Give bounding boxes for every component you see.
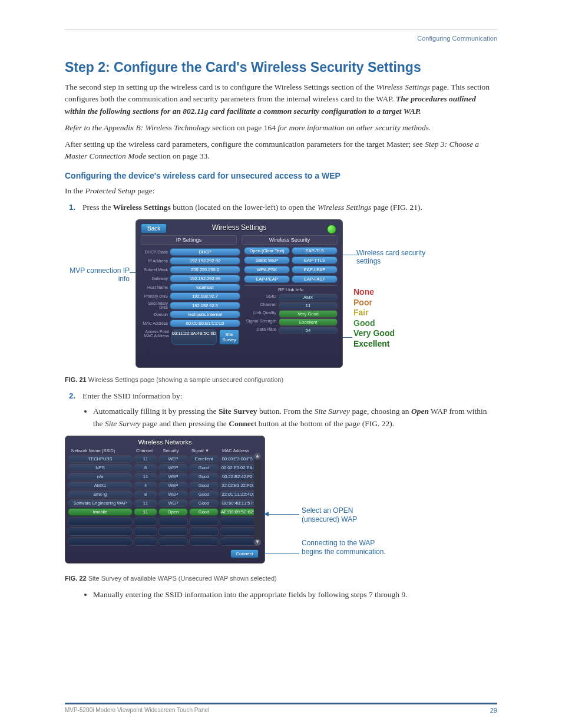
security-mode-button[interactable]: EAP-FAST: [292, 275, 338, 283]
network-row[interactable]: amx-lg8WEPGood22:0C:11:22:4D:90: [65, 490, 255, 499]
ip-settings-header: IP Settings: [141, 235, 237, 245]
ip-value[interactable]: 192.192.292.92: [170, 257, 240, 265]
network-row[interactable]: n/a11WEPGood00:22:B2:42:F2:22: [65, 472, 255, 481]
ip-label: MAC Address: [141, 321, 170, 325]
network-row[interactable]: Software Engineering WAP11WEPGoodB0:90:4…: [65, 499, 255, 508]
security-mode-button[interactable]: Static WEP: [244, 256, 290, 264]
step-2-bullet-manual: Manually entering the SSID information i…: [93, 589, 497, 601]
figure-22: Wireless Networks Network Name (SSID) Ch…: [65, 436, 497, 571]
ip-row: Host Namelocalhost: [141, 284, 240, 291]
connecting-annotation: Connecting to the WAP begins the communi…: [302, 539, 390, 557]
ip-label: Host Name: [141, 285, 170, 289]
ip-value[interactable]: DHCP: [170, 248, 240, 256]
networks-title: Wireless Networks: [65, 436, 265, 447]
scrollbar[interactable]: ▲ ▼: [254, 453, 261, 546]
ap-mac-label: Access Point MAC Address: [142, 330, 169, 345]
network-cell: WEP: [158, 455, 188, 463]
security-mode-button[interactable]: EAP-TLS: [292, 247, 338, 255]
scroll-down-icon[interactable]: ▼: [254, 539, 261, 546]
fig21-caption: FIG. 21 Wireless Settings page (showing …: [65, 376, 497, 383]
security-mode-button[interactable]: EAP-TTLS: [292, 256, 338, 264]
network-cell: Excellent: [189, 455, 219, 463]
ip-value[interactable]: localhost: [170, 284, 240, 291]
figure-21: MVP connection IP info Wireless card sec…: [65, 219, 497, 373]
intro-paragraph: The second step in setting up the wirele…: [65, 81, 497, 117]
ip-value[interactable]: 192.192.92.7: [170, 292, 240, 300]
ip-row: Gateway192.192.292.99: [141, 275, 240, 282]
network-cell: 8: [134, 490, 157, 498]
network-cell: WEP: [158, 490, 188, 498]
ip-row: IP Address192.192.292.92: [141, 257, 240, 265]
ip-value[interactable]: 192.192.92.5: [170, 302, 240, 309]
security-mode-button[interactable]: WPA-PSK: [244, 266, 290, 274]
ip-value[interactable]: techpubs.internal: [170, 311, 240, 318]
network-cell: WEP: [158, 464, 188, 472]
col-signal[interactable]: Signal ▼: [186, 448, 215, 453]
ip-label: Domain: [141, 312, 170, 317]
network-cell: TECHPUBS: [68, 455, 133, 463]
ip-value[interactable]: 00:C0:00:B1:C1:C0: [170, 319, 240, 327]
rf-value: AMX: [279, 294, 338, 301]
step-2: Enter the SSID information by:: [78, 390, 497, 402]
security-mode-button[interactable]: Open (Clear Text): [244, 247, 290, 255]
security-mode-button[interactable]: EAP-LEAP: [292, 266, 338, 274]
ip-value[interactable]: 255.255.255.0: [170, 266, 240, 274]
network-cell: NPS: [68, 464, 133, 472]
rf-label: Data Rate: [244, 327, 279, 334]
network-cell: n/a: [68, 473, 133, 480]
after-paragraph: After setting up the wireless card param…: [65, 139, 497, 163]
network-cell: 11: [134, 455, 157, 463]
col-mac: MAC Address: [215, 448, 256, 453]
product-name: MVP-5200i Modero Viewpoint Widescreen To…: [65, 707, 209, 714]
network-cell: Good: [189, 473, 219, 480]
page-number: 29: [490, 707, 497, 714]
ip-row: MAC Address00:C0:00:B1:C1:C0: [141, 319, 240, 327]
step-2-bullet-auto: Automatically filling it by pressing the…: [93, 406, 497, 430]
setup-paragraph: In the Protected Setup page:: [65, 185, 497, 197]
scroll-up-icon[interactable]: ▲: [254, 453, 261, 460]
status-led-icon: [327, 225, 336, 234]
network-cell: Good: [189, 464, 219, 472]
panel-title: Wireless Settings: [136, 220, 342, 233]
col-security: Security: [156, 448, 186, 453]
step-heading: Step 2: Configure the Card's Wireless Se…: [65, 60, 497, 75]
select-open-annotation: Select an OPEN (unsecured) WAP: [302, 506, 384, 525]
subheading: Configuring the device's wireless card f…: [65, 171, 497, 180]
network-cell: WEP: [158, 499, 188, 507]
network-cell: 11: [134, 499, 157, 507]
quality-scale: None Poor Fair Good Very Good Excellent: [353, 287, 395, 349]
ip-value[interactable]: 192.192.292.99: [170, 275, 240, 282]
back-button[interactable]: Back: [141, 223, 167, 233]
wireless-settings-panel: Back Wireless Settings IP Settings Wirel…: [135, 219, 343, 368]
ip-row: Subnet Mask255.255.255.0: [141, 266, 240, 274]
network-cell: 8: [134, 464, 157, 472]
network-cell: 11: [134, 508, 157, 516]
connect-button[interactable]: Connect: [230, 549, 259, 558]
network-row[interactable]: TECHPUBS11WEPExcellent00:00:E3:00:FB:26: [65, 454, 255, 463]
security-column: Open (Clear Text)EAP-TLSStatic WEPEAP-TT…: [244, 247, 338, 345]
network-row[interactable]: tmobile11OpenGoodAE:B8:09:5C:62:D9: [65, 508, 255, 516]
site-survey-button[interactable]: Site Survey: [219, 330, 239, 345]
ap-mac-value[interactable]: 00:11:22:3A:4B:5C:6D: [171, 330, 217, 345]
rf-label: Channel: [244, 302, 279, 309]
ip-settings-column: DHCP/StaticDHCPIP Address192.192.292.92S…: [141, 247, 240, 345]
network-cell: WEP: [158, 473, 188, 480]
network-cell: WEP: [158, 482, 188, 489]
network-cell: tmobile: [68, 508, 133, 516]
ip-label: IP Address: [141, 259, 170, 263]
rf-label: Signal Strength: [244, 318, 279, 326]
rf-value: Excellent: [279, 318, 338, 326]
network-cell: Software Engineering WAP: [68, 499, 133, 507]
network-cell: Good: [189, 508, 219, 516]
rf-value: 11: [279, 302, 338, 309]
network-cell: Good: [189, 499, 219, 507]
network-row-empty: [65, 526, 255, 536]
network-row[interactable]: AMX14WEPGood22:02:E3:22:FD:22: [65, 481, 255, 490]
ip-label: Subnet Mask: [141, 268, 170, 272]
security-mode-button[interactable]: EAP-PEAP: [244, 275, 290, 283]
network-row[interactable]: NPS8WEPGood00:02:E3:02:EA:0D: [65, 463, 255, 472]
ip-label: Gateway: [141, 276, 170, 281]
col-ssid: Network Name (SSID): [68, 448, 133, 453]
col-channel: Channel: [133, 448, 156, 453]
step-1: Press the Wireless Settings button (loca…: [78, 202, 497, 213]
